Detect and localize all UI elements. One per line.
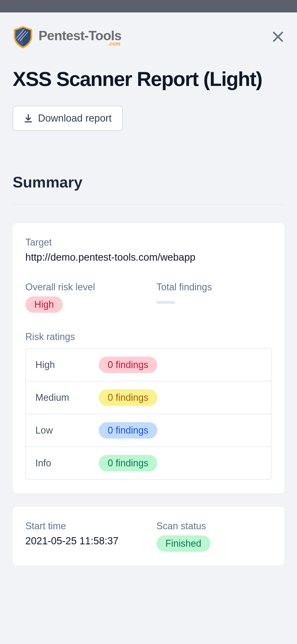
risk-rating-badge: 0 findings <box>99 357 157 373</box>
overall-risk-label: Overall risk level <box>25 282 141 293</box>
scan-status-badge: Finished <box>157 535 210 552</box>
summary-heading: Summary <box>13 173 284 191</box>
start-time-field: Start time 2021-05-25 11:58:37 <box>25 521 141 552</box>
risk-rating-name: High <box>35 359 99 370</box>
target-value: http://demo.pentest-tools.com/webapp <box>25 252 272 263</box>
total-findings-label: Total findings <box>157 282 272 293</box>
risk-rating-row: Low0 findings <box>26 414 271 447</box>
brand-logo[interactable]: Pentest-Tools .com <box>13 26 121 49</box>
divider <box>13 204 284 205</box>
chart-bar-icon <box>157 301 175 304</box>
findings-chart <box>157 296 272 304</box>
risk-rating-row: Info0 findings <box>26 447 271 479</box>
risk-rating-row: High0 findings <box>26 349 271 381</box>
risk-rating-name: Low <box>35 425 99 436</box>
risk-rating-row: Medium0 findings <box>26 381 271 414</box>
download-label: Download report <box>38 113 112 124</box>
page-title: XSS Scanner Report (Light) <box>13 67 284 90</box>
risk-ratings-table: High0 findingsMedium0 findingsLow0 findi… <box>25 348 272 480</box>
top-bar <box>0 0 297 12</box>
shield-icon <box>13 26 33 49</box>
header-row: Pentest-Tools .com <box>13 26 284 49</box>
total-findings-field: Total findings <box>157 282 272 313</box>
overall-risk-badge: High <box>25 296 63 313</box>
risk-rating-name: Info <box>35 458 99 469</box>
risk-rating-badge: 0 findings <box>99 422 157 439</box>
start-time-value: 2021-05-25 11:58:37 <box>25 535 141 547</box>
download-icon <box>24 114 33 123</box>
start-time-label: Start time <box>25 521 141 532</box>
scan-meta-card: Start time 2021-05-25 11:58:37 Scan stat… <box>13 507 284 565</box>
summary-card: Target http://demo.pentest-tools.com/web… <box>13 223 284 494</box>
risk-rating-badge: 0 findings <box>99 389 157 406</box>
target-label: Target <box>25 237 272 248</box>
risk-ratings-label: Risk ratings <box>25 331 272 342</box>
risk-rating-name: Medium <box>35 392 99 403</box>
target-field: Target http://demo.pentest-tools.com/web… <box>25 237 272 263</box>
close-button[interactable] <box>272 30 284 44</box>
scan-status-field: Scan status Finished <box>157 521 272 552</box>
download-report-button[interactable]: Download report <box>13 106 123 131</box>
overall-risk-field: Overall risk level High <box>25 282 141 313</box>
close-icon <box>272 30 284 43</box>
risk-rating-badge: 0 findings <box>99 455 157 471</box>
scan-status-label: Scan status <box>157 521 272 532</box>
